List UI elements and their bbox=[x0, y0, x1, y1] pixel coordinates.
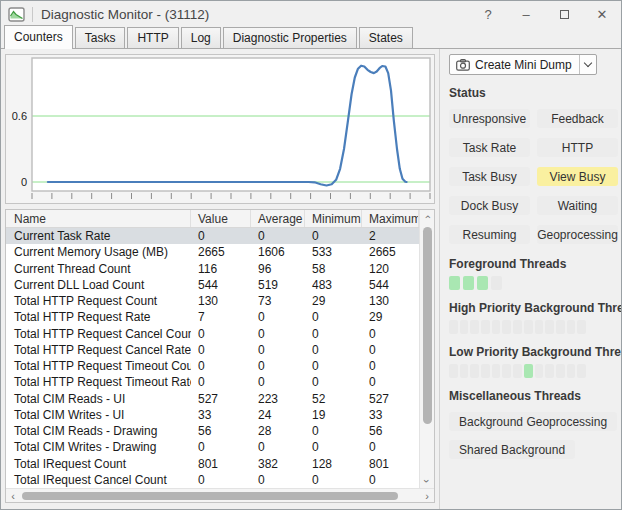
cell-maximum: 0 bbox=[362, 473, 419, 487]
table-row[interactable]: Total CIM Reads - UI52722352527 bbox=[6, 391, 419, 407]
table-row[interactable]: Current DLL Load Count544519483544 bbox=[6, 277, 419, 293]
thread-block bbox=[567, 364, 576, 378]
tab-counters[interactable]: Counters bbox=[4, 25, 73, 49]
thread-blocks-foreground-threads bbox=[449, 276, 616, 290]
cell-name: Total HTTP Request Rate bbox=[6, 310, 191, 324]
thread-block bbox=[492, 364, 501, 378]
table-row[interactable]: Total IRequest Cancel Count0000 bbox=[6, 472, 419, 488]
svg-text:0: 0 bbox=[21, 176, 27, 188]
thread-block bbox=[513, 364, 522, 378]
table-row[interactable]: Total CIM Writes - Drawing0000 bbox=[6, 439, 419, 455]
tab-strip: CountersTasksHTTPLogDiagnostic Propertie… bbox=[1, 28, 621, 49]
cell-value: 33 bbox=[191, 408, 251, 422]
thread-blocks-low-priority-background-threads bbox=[449, 364, 616, 378]
horizontal-scroll-thumb[interactable] bbox=[22, 492, 398, 500]
main-body: 0.60 NameValueAverageMinimumMaximum Curr… bbox=[1, 49, 621, 509]
thread-block bbox=[491, 276, 502, 290]
cell-name: Total CIM Writes - UI bbox=[6, 408, 191, 422]
thread-block bbox=[481, 320, 490, 334]
status-badge-unresponsive: Unresponsive bbox=[449, 109, 530, 128]
table-row[interactable]: Current Task Rate0002 bbox=[6, 228, 419, 244]
help-icon[interactable]: ? bbox=[469, 1, 507, 28]
cell-average: 0 bbox=[251, 229, 305, 243]
line-chart-icon bbox=[8, 7, 25, 22]
close-icon[interactable]: ✕ bbox=[583, 1, 621, 28]
cell-minimum: 0 bbox=[305, 440, 362, 454]
create-mini-dump-dropdown[interactable] bbox=[579, 55, 596, 74]
scroll-up-icon[interactable]: › bbox=[420, 210, 434, 224]
table-row[interactable]: Total HTTP Request Timeout Count0000 bbox=[6, 358, 419, 374]
cell-average: 96 bbox=[251, 262, 305, 276]
cell-maximum: 801 bbox=[362, 457, 419, 471]
cell-minimum: 52 bbox=[305, 392, 362, 406]
vertical-scroll-thumb[interactable] bbox=[423, 227, 432, 425]
table-row[interactable]: Current Thread Count1169658120 bbox=[6, 261, 419, 277]
thread-group-heading-low-priority-background-threads: Low Priority Background Threads bbox=[449, 345, 616, 359]
tab-diagnostic-properties[interactable]: Diagnostic Properties bbox=[223, 27, 357, 48]
tab-log[interactable]: Log bbox=[181, 27, 221, 48]
cell-name: Total HTTP Request Timeout Rate bbox=[6, 375, 191, 389]
cell-maximum: 120 bbox=[362, 262, 419, 276]
thread-block-active bbox=[524, 364, 533, 378]
column-header-name[interactable]: Name bbox=[6, 210, 191, 227]
thread-block bbox=[524, 320, 533, 334]
scroll-left-icon[interactable]: ‹ bbox=[6, 489, 20, 502]
cell-name: Total CIM Reads - Drawing bbox=[6, 424, 191, 438]
table-row[interactable]: Total HTTP Request Rate70029 bbox=[6, 309, 419, 325]
vertical-scroll-track[interactable] bbox=[420, 224, 434, 474]
horizontal-scroll-track[interactable] bbox=[20, 489, 420, 502]
cell-maximum: 0 bbox=[362, 327, 419, 341]
misc-badge-background-geoprocessing: Background Geoprocessing bbox=[449, 412, 617, 431]
thread-block bbox=[449, 320, 458, 334]
tab-http[interactable]: HTTP bbox=[127, 27, 178, 48]
column-header-minimum[interactable]: Minimum bbox=[305, 210, 362, 227]
table-row[interactable]: Total IRequest Count801382128801 bbox=[6, 456, 419, 472]
cell-maximum: 130 bbox=[362, 294, 419, 308]
cell-maximum: 0 bbox=[362, 359, 419, 373]
cell-name: Total IRequest Count bbox=[6, 457, 191, 471]
thread-block bbox=[567, 320, 576, 334]
thread-group-heading-foreground-threads: Foreground Threads bbox=[449, 257, 616, 271]
horizontal-scrollbar[interactable]: ‹ › bbox=[6, 488, 434, 502]
cell-average: 382 bbox=[251, 457, 305, 471]
cell-maximum: 527 bbox=[362, 392, 419, 406]
cell-minimum: 58 bbox=[305, 262, 362, 276]
create-mini-dump-button[interactable]: Create Mini Dump bbox=[449, 54, 597, 75]
table-row[interactable]: Total HTTP Request Timeout Rate0000 bbox=[6, 374, 419, 390]
cell-minimum: 128 bbox=[305, 457, 362, 471]
cell-minimum: 0 bbox=[305, 327, 362, 341]
table-row[interactable]: Total CIM Reads - Drawing5628056 bbox=[6, 423, 419, 439]
tab-tasks[interactable]: Tasks bbox=[75, 27, 126, 48]
thread-block bbox=[502, 320, 511, 334]
cell-value: 116 bbox=[191, 262, 251, 276]
thread-block bbox=[460, 364, 469, 378]
status-badge-geoprocessing: Geoprocessing bbox=[537, 225, 618, 244]
thread-group-heading-high-priority-background-threads: High Priority Background Threads bbox=[449, 301, 616, 315]
cell-value: 130 bbox=[191, 294, 251, 308]
cell-maximum: 2 bbox=[362, 229, 419, 243]
thread-block bbox=[470, 320, 479, 334]
column-header-average[interactable]: Average bbox=[251, 210, 305, 227]
maximize-icon[interactable] bbox=[545, 1, 583, 28]
scroll-down-icon[interactable]: › bbox=[420, 474, 434, 488]
cell-minimum: 0 bbox=[305, 424, 362, 438]
cell-name: Total CIM Reads - UI bbox=[6, 392, 191, 406]
tab-states[interactable]: States bbox=[359, 27, 413, 48]
thread-block bbox=[556, 320, 565, 334]
cell-average: 0 bbox=[251, 359, 305, 373]
cell-value: 0 bbox=[191, 359, 251, 373]
column-header-value[interactable]: Value bbox=[191, 210, 251, 227]
table-row[interactable]: Total CIM Writes - UI33241933 bbox=[6, 407, 419, 423]
table-row[interactable]: Current Memory Usage (MB)266516065332665 bbox=[6, 244, 419, 260]
misc-threads-heading: Miscellaneous Threads bbox=[449, 389, 616, 403]
table-row[interactable]: Total HTTP Request Count1307329130 bbox=[6, 293, 419, 309]
minimize-icon[interactable]: – bbox=[507, 1, 545, 28]
scroll-right-icon[interactable]: › bbox=[420, 489, 434, 502]
vertical-scrollbar[interactable]: › › bbox=[419, 210, 434, 488]
status-badge-http: HTTP bbox=[537, 138, 618, 157]
column-header-maximum[interactable]: Maximum bbox=[362, 210, 419, 227]
cell-value: 0 bbox=[191, 229, 251, 243]
status-badge-task-busy: Task Busy bbox=[449, 167, 530, 186]
table-row[interactable]: Total HTTP Request Cancel Count0000 bbox=[6, 326, 419, 342]
table-row[interactable]: Total HTTP Request Cancel Rate0000 bbox=[6, 342, 419, 358]
